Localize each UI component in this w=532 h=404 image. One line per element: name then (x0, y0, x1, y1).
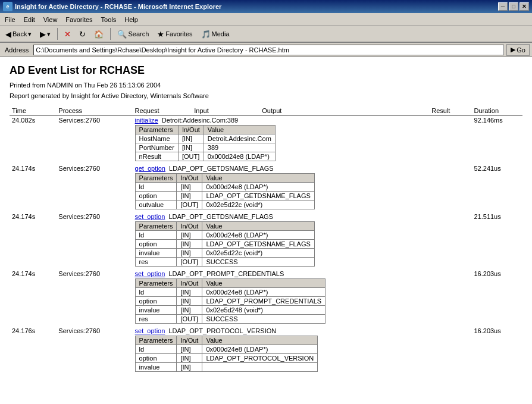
param-header: Parameters (135, 126, 178, 134)
param-cell: ld (135, 231, 177, 240)
event-request: get_option LDAP_OPT_GETDSNAME_FLAGS Para… (133, 164, 430, 212)
request-link[interactable]: set_option (135, 270, 165, 277)
forward-button[interactable]: ▶ ▾ (37, 28, 54, 40)
param-cell: LDAP_OPT_GETDSNAME_FLAGS (202, 192, 314, 201)
favorites-button[interactable]: ★ Favorites (154, 28, 195, 40)
menu-help[interactable]: Help (121, 15, 142, 24)
param-cell: [IN] (177, 240, 202, 249)
param-cell: 0x000d24e8 (LDAP*) (202, 345, 318, 354)
go-button[interactable]: ▶ Go (506, 44, 530, 56)
toolbar-separator-2 (110, 28, 111, 40)
param-header: Value (202, 174, 314, 183)
event-result (429, 164, 471, 212)
page-title: AD Event List for RCHASE (10, 64, 522, 77)
param-cell: outvalue (135, 201, 177, 209)
param-cell: [IN] (178, 134, 204, 143)
event-process: Services:2760 (56, 269, 132, 326)
param-cell: invalue (135, 363, 177, 372)
param-cell: ld (135, 345, 177, 354)
media-button[interactable]: 🎵 Media (198, 28, 233, 40)
param-cell: 0x000d24e8 (LDAP*) (202, 231, 314, 240)
request-link[interactable]: get_option (135, 165, 165, 172)
param-cell: 0x000d24e8 (LDAP*) (202, 183, 314, 192)
param-cell: HostName (135, 134, 178, 143)
home-button[interactable]: 🏠 (91, 28, 107, 40)
refresh-button[interactable]: ↻ (76, 28, 89, 40)
param-cell: [OUT] (177, 258, 202, 267)
menu-view[interactable]: View (40, 15, 61, 24)
event-time: 24.176s (10, 326, 56, 374)
addressbar-input[interactable] (33, 45, 504, 55)
search-label: Search (128, 30, 149, 37)
param-header: In/Out (177, 222, 202, 231)
search-button[interactable]: 🔍 Search (114, 28, 152, 40)
param-cell: [IN] (177, 183, 202, 192)
param-cell: LDAP_OPT_PROMPT_CREDENTIALS (202, 297, 326, 306)
event-result (429, 326, 471, 374)
go-arrow-icon: ▶ (511, 46, 515, 54)
event-request: set_option LDAP_OPT_PROTOCOL_VERSION Par… (133, 326, 430, 374)
menu-file[interactable]: File (1, 15, 19, 24)
param-header: Value (204, 126, 275, 134)
request-link[interactable]: set_option (135, 213, 165, 220)
event-request: set_option LDAP_OPT_GETDSNAME_FLAGS Para… (133, 212, 430, 269)
event-duration: 16.203us (471, 269, 522, 326)
param-header: In/Out (177, 174, 202, 183)
param-cell: [IN] (177, 363, 202, 372)
minimize-button[interactable]: ─ (498, 2, 508, 11)
close-button[interactable]: ✕ (520, 2, 529, 11)
param-cell: [OUT] (178, 152, 204, 161)
param-cell: ld (135, 183, 177, 192)
param-cell: [IN] (177, 288, 202, 297)
param-cell: SUCCESS (202, 315, 326, 324)
param-cell: option (135, 354, 177, 363)
param-cell: ld (135, 288, 177, 297)
col-input: Input (192, 107, 259, 115)
go-label: Go (517, 46, 525, 54)
back-icon: ◀ (5, 30, 11, 39)
param-cell: option (135, 192, 177, 201)
param-cell: [OUT] (177, 201, 202, 209)
param-cell: res (135, 315, 177, 324)
col-request: Request (133, 107, 192, 115)
col-duration: Duration (471, 107, 522, 115)
back-button[interactable]: ◀ Back ▾ (2, 28, 35, 40)
stop-button[interactable]: ✕ (61, 28, 74, 40)
event-time: 24.174s (10, 212, 56, 269)
home-icon: 🏠 (94, 30, 104, 39)
menu-favorites[interactable]: Favorites (62, 15, 96, 24)
param-cell: invalue (135, 249, 177, 258)
menu-tools[interactable]: Tools (98, 15, 120, 24)
events-table: Time Process Request Input Output Result… (10, 107, 522, 374)
request-link[interactable]: set_option (135, 327, 165, 334)
col-result: Result (429, 107, 471, 115)
col-time: Time (10, 107, 56, 115)
param-cell: [IN] (177, 345, 202, 354)
addressbar: Address ▶ Go (0, 43, 532, 57)
stop-icon: ✕ (64, 30, 71, 39)
param-cell: [IN] (178, 143, 204, 152)
table-row: 24.174s Services:2760 set_option LDAP_OP… (10, 212, 522, 269)
toolbar-separator-1 (57, 28, 58, 40)
maximize-button[interactable]: □ (509, 2, 518, 11)
param-cell: SUCCESS (202, 258, 314, 267)
menu-edit[interactable]: Edit (20, 15, 39, 24)
forward-dropdown-icon[interactable]: ▾ (47, 30, 51, 38)
param-cell: PortNumber (135, 143, 178, 152)
toolbar: ◀ Back ▾ ▶ ▾ ✕ ↻ 🏠 🔍 Search ★ Favorites … (0, 26, 532, 43)
event-process: Services:2760 (56, 164, 132, 212)
param-cell: LDAP_OPT_GETDSNAME_FLAGS (202, 240, 314, 249)
back-dropdown-icon[interactable]: ▾ (28, 30, 32, 38)
event-time: 24.082s (10, 115, 56, 164)
param-header: In/Out (177, 336, 202, 345)
event-request: initialize Detroit:Addesinc.Com:389 Para… (133, 115, 430, 164)
param-cell: [OUT] (177, 315, 202, 324)
event-result (429, 212, 471, 269)
param-cell: res (135, 258, 177, 267)
param-cell: [IN] (177, 249, 202, 258)
param-cell: [IN] (177, 354, 202, 363)
request-link[interactable]: initialize (135, 117, 158, 124)
window-icon: e (3, 2, 12, 11)
param-cell: option (135, 297, 177, 306)
print-info: Printed from NADMIN on Thu Feb 26 15:13:… (10, 82, 522, 89)
